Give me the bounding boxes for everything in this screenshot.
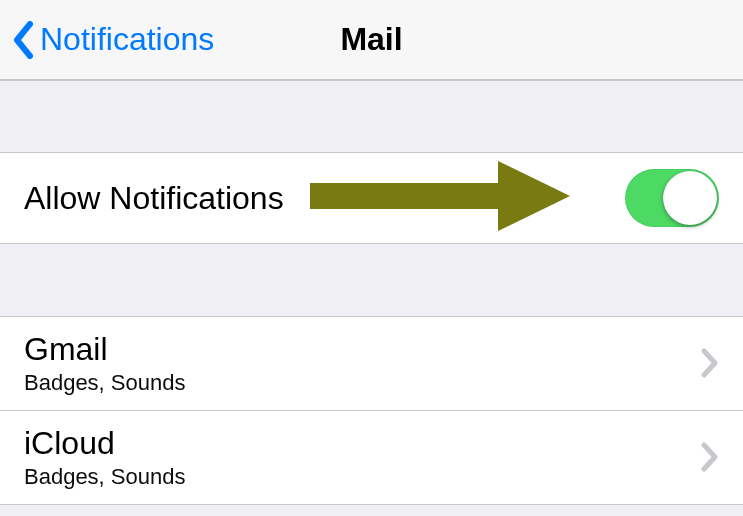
svg-marker-1 [498, 161, 570, 231]
account-title: iCloud [24, 425, 185, 462]
back-label: Notifications [40, 21, 214, 58]
nav-bar: Notifications Mail [0, 0, 743, 80]
account-subtitle: Badges, Sounds [24, 464, 185, 490]
section-spacer [0, 244, 743, 316]
account-row-icloud[interactable]: iCloud Badges, Sounds [0, 411, 743, 505]
chevron-right-icon [701, 442, 719, 472]
chevron-right-icon [701, 348, 719, 378]
account-title: Gmail [24, 331, 185, 368]
page-title: Mail [340, 21, 402, 58]
annotation-arrow-icon [310, 161, 570, 235]
allow-notifications-label: Allow Notifications [24, 180, 284, 217]
section-spacer [0, 80, 743, 152]
toggle-knob [663, 171, 717, 225]
allow-notifications-section: Allow Notifications [0, 152, 743, 244]
accounts-list: Gmail Badges, Sounds iCloud Badges, Soun… [0, 316, 743, 505]
allow-notifications-toggle[interactable] [625, 169, 719, 227]
account-row-gmail[interactable]: Gmail Badges, Sounds [0, 317, 743, 411]
account-subtitle: Badges, Sounds [24, 370, 185, 396]
allow-notifications-row: Allow Notifications [0, 153, 743, 243]
chevron-left-icon [12, 21, 34, 59]
back-button[interactable]: Notifications [0, 21, 214, 59]
svg-rect-0 [310, 183, 500, 209]
